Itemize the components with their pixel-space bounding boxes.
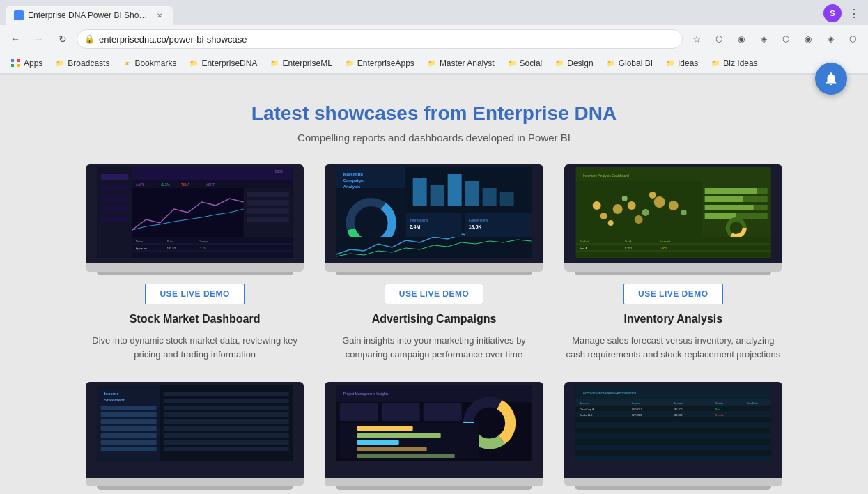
demo-button-inventory[interactable]: USE LIVE DEMO <box>623 284 723 304</box>
bizideas-folder-icon: 📁 <box>711 59 720 68</box>
extension-icon-2[interactable]: ◉ <box>731 29 751 49</box>
account-screen-svg: Account Receivable Reconciliation Accoun… <box>567 385 780 461</box>
demo-button-stock[interactable]: USE LIVE DEMO <box>145 284 245 304</box>
bookmark-globalbi[interactable]: 📁 Global BI <box>600 56 658 70</box>
browser-toolbar: ← → ↻ 🔒 enterprisedna.co/power-bi-showca… <box>0 25 868 53</box>
extension-icon-6[interactable]: ◈ <box>821 29 840 49</box>
bell-icon <box>823 71 839 86</box>
bookmark-social[interactable]: 📁 Social <box>502 56 548 70</box>
svg-text:Conversions: Conversions <box>469 218 488 222</box>
laptop-foot-inventory <box>575 272 771 275</box>
reload-button[interactable]: ↻ <box>53 29 72 49</box>
address-bar[interactable]: 🔒 enterprisedna.co/power-bi-showcase <box>77 29 683 49</box>
svg-rect-136 <box>575 422 770 428</box>
svg-text:Forecast: Forecast <box>659 240 670 243</box>
svg-rect-71 <box>704 196 743 202</box>
svg-text:Change: Change <box>199 240 209 243</box>
laptop-mockup-project: Project Management Insights <box>325 382 543 490</box>
svg-text:Marketing: Marketing <box>343 172 364 176</box>
bookmark-masteranalyst[interactable]: 📁 Master Analyst <box>421 56 500 70</box>
svg-rect-107 <box>164 447 289 451</box>
svg-rect-69 <box>704 188 757 194</box>
laptop-base-account <box>564 478 782 486</box>
social-folder-icon: 📁 <box>507 59 517 68</box>
bookmark-ideas[interactable]: 📁 Ideas <box>660 56 704 70</box>
bookmark-design-label: Design <box>567 59 593 68</box>
masteranalyst-folder-icon: 📁 <box>427 59 437 68</box>
laptop-body-income: Income Statement <box>86 382 304 478</box>
svg-rect-12 <box>247 208 289 214</box>
svg-rect-95 <box>101 433 157 438</box>
star-bookmark-icon[interactable]: ☆ <box>687 29 706 49</box>
svg-text:Paid: Paid <box>715 408 720 411</box>
extension-icon-7[interactable]: ⬡ <box>843 29 862 49</box>
svg-rect-139 <box>575 439 770 445</box>
notification-bell-button[interactable] <box>815 63 847 95</box>
svg-rect-2 <box>132 167 293 180</box>
svg-rect-119 <box>357 426 413 431</box>
laptop-base-project <box>325 478 543 486</box>
svg-text:Price: Price <box>167 240 174 243</box>
svg-rect-11 <box>247 200 289 206</box>
menu-button[interactable]: ⋮ <box>846 5 862 22</box>
extension-icon-3[interactable]: ◈ <box>754 29 773 49</box>
svg-rect-102 <box>164 412 289 417</box>
advertising-screen-svg: Marketing Campaign Analysis <box>327 167 540 258</box>
bookmark-apps[interactable]: Apps <box>6 56 48 70</box>
bookmark-enterpriseapps[interactable]: 📁 EnterpriseApps <box>339 56 420 70</box>
bookmark-broadcasts[interactable]: 📁 Broadcasts <box>49 56 115 70</box>
star-icon: ★ <box>122 59 132 68</box>
extension-icon-5[interactable]: ◉ <box>798 29 818 49</box>
bookmark-bookmarks[interactable]: ★ Bookmarks <box>116 56 182 70</box>
svg-text:Product: Product <box>579 240 589 243</box>
svg-text:Overdue: Overdue <box>715 414 724 417</box>
svg-rect-27 <box>101 216 129 222</box>
back-button[interactable]: ← <box>6 29 25 49</box>
forward-button[interactable]: → <box>29 29 49 49</box>
svg-text:0000: 0000 <box>275 169 283 173</box>
card-desc-inventory: Manage sales forecast versus inventory, … <box>564 334 782 361</box>
svg-rect-137 <box>575 428 770 433</box>
laptop-foot-stock <box>97 272 293 275</box>
svg-rect-100 <box>164 399 289 403</box>
showcase-card-project: Project Management Insights <box>325 382 543 490</box>
svg-point-58 <box>627 201 635 210</box>
svg-text:Due Date: Due Date <box>746 401 759 405</box>
laptop-mockup-advertising: Marketing Campaign Analysis <box>325 164 543 275</box>
bookmark-enterpriseapps-label: EnterpriseApps <box>357 59 414 68</box>
bookmark-social-label: Social <box>520 59 543 68</box>
globalbi-folder-icon: 📁 <box>606 59 616 68</box>
extension-icon-4[interactable]: ⬡ <box>776 29 796 49</box>
card-title-stock: Stock Market Dashboard <box>130 313 261 325</box>
enterpriseml-folder-icon: 📁 <box>270 59 279 68</box>
svg-text:Income: Income <box>104 392 120 396</box>
url-text: enterprisedna.co/power-bi-showcase <box>99 34 675 45</box>
svg-rect-93 <box>101 419 157 424</box>
demo-button-advertising[interactable]: USE LIVE DEMO <box>385 284 484 304</box>
svg-point-56 <box>612 204 622 214</box>
bookmark-enterpriseml[interactable]: 📁 EnterpriseML <box>264 56 337 70</box>
bookmark-enterprisedna[interactable]: 📁 EnterpriseDNA <box>183 56 263 70</box>
svg-text:Stock: Stock <box>624 240 631 243</box>
profile-avatar[interactable]: S <box>823 4 842 22</box>
svg-rect-24 <box>101 185 129 190</box>
extension-icon-1[interactable]: ⬡ <box>709 29 729 49</box>
svg-rect-96 <box>101 440 157 445</box>
page-subtitle: Compelling reports and dashboards develo… <box>14 132 854 144</box>
laptop-foot-advertising <box>336 272 532 275</box>
laptop-body-advertising: Marketing Campaign Analysis <box>325 164 543 263</box>
security-icon: 🔒 <box>84 34 95 44</box>
laptop-foot-income <box>97 486 293 490</box>
svg-text:Amount: Amount <box>673 401 683 405</box>
bookmark-design[interactable]: 📁 Design <box>549 56 598 70</box>
svg-text:Apple Inc: Apple Inc <box>136 247 148 250</box>
svg-point-60 <box>653 196 665 208</box>
svg-rect-36 <box>431 185 444 206</box>
tab-close-button[interactable]: ✕ <box>154 10 164 21</box>
laptop-body-account: Account Receivable Reconciliation Accoun… <box>564 382 782 478</box>
active-tab[interactable]: Enterprise DNA Power BI Showcase ✕ <box>6 6 173 25</box>
showcase-card-income: Income Statement <box>86 382 304 490</box>
bookmark-bizideas[interactable]: 📁 Biz Ideas <box>705 56 763 70</box>
svg-text:Item A: Item A <box>579 247 587 250</box>
svg-point-66 <box>592 201 600 210</box>
